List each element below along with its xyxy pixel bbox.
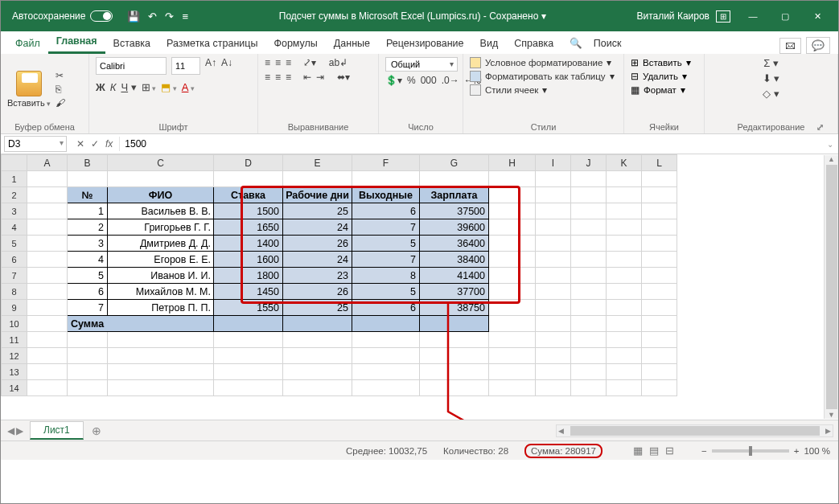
name-box[interactable]: D3 — [4, 136, 67, 152]
maximize-icon[interactable]: ▢ — [769, 4, 801, 28]
col-header[interactable]: L — [642, 155, 677, 171]
tab-file[interactable]: Файл — [7, 33, 48, 54]
align-mid-icon[interactable]: ≡ — [275, 57, 281, 68]
font-size-input[interactable] — [171, 57, 200, 75]
undo-icon[interactable]: ↶ — [148, 10, 157, 23]
tab-help[interactable]: Справка — [506, 33, 561, 54]
tab-nav-prev-icon[interactable]: ◀ — [7, 425, 14, 436]
font-name-input[interactable] — [96, 57, 167, 75]
user-name[interactable]: Виталий Каиров — [636, 10, 709, 22]
copy-icon[interactable]: ⎘ — [56, 84, 65, 95]
col-header[interactable]: G — [420, 155, 489, 171]
increase-font-icon[interactable]: A↑ — [205, 57, 216, 75]
align-bot-icon[interactable]: ≡ — [286, 57, 291, 68]
row-header[interactable]: 14 — [2, 380, 27, 396]
row-header[interactable]: 2 — [2, 187, 27, 203]
tab-layout[interactable]: Разметка страницы — [158, 33, 265, 54]
vertical-scrollbar[interactable]: ▲▼ — [824, 155, 838, 419]
fill-icon[interactable]: ⬇ ▾ — [763, 72, 780, 84]
align-right-icon[interactable]: ≡ — [286, 72, 291, 83]
delete-cells-button[interactable]: ⊟ Удалить ▾ — [631, 71, 687, 82]
orientation-icon[interactable]: ⤦▾ — [303, 57, 316, 68]
add-sheet-button[interactable]: ⊕ — [84, 424, 109, 437]
row-header[interactable]: 11 — [2, 332, 27, 348]
font-color-button[interactable]: A — [182, 81, 195, 93]
merge-icon[interactable]: ⬌▾ — [337, 72, 350, 83]
horizontal-scrollbar[interactable]: ◀▶ — [556, 424, 833, 437]
col-header[interactable]: D — [214, 155, 283, 171]
normal-view-icon[interactable]: ▦ — [633, 445, 643, 457]
cut-icon[interactable]: ✂ — [56, 70, 65, 81]
fx-icon[interactable]: fx — [105, 138, 113, 150]
col-header[interactable]: I — [536, 155, 571, 171]
autosum-icon[interactable]: Σ ▾ — [763, 57, 779, 69]
tab-review[interactable]: Рецензирование — [378, 33, 472, 54]
percent-icon[interactable]: % — [407, 75, 416, 86]
share-button[interactable]: 🖂 — [779, 38, 801, 54]
col-header[interactable]: B — [68, 155, 108, 171]
col-header[interactable]: A — [27, 155, 68, 171]
cell[interactable]: № — [68, 187, 108, 203]
row-header[interactable]: 3 — [2, 203, 27, 219]
conditional-format-button[interactable]: Условное форматирование ▾ — [470, 57, 611, 68]
spreadsheet-grid[interactable]: ABCDEFGHIJKL12№ФИОСтавкаРабочие дниВыход… — [1, 154, 838, 420]
col-header[interactable]: K — [607, 155, 642, 171]
redo-icon[interactable]: ↷ — [165, 10, 174, 23]
border-button[interactable]: ⊞ — [142, 81, 157, 93]
cell-styles-button[interactable]: Стили ячеек ▾ — [470, 84, 547, 96]
clear-icon[interactable]: ◇ ▾ — [763, 88, 779, 100]
cancel-formula-icon[interactable]: ✕ — [76, 138, 84, 150]
qat-more-icon[interactable]: ≡ — [182, 10, 188, 23]
formula-input[interactable]: 1500 — [119, 137, 822, 151]
zoom-slider[interactable] — [712, 449, 789, 453]
italic-button[interactable]: К — [110, 81, 117, 93]
align-center-icon[interactable]: ≡ — [275, 72, 281, 83]
wrap-icon[interactable]: ab↲ — [329, 57, 348, 68]
row-header[interactable]: 4 — [2, 219, 27, 236]
row-header[interactable]: 8 — [2, 284, 27, 300]
format-painter-icon[interactable]: 🖌 — [56, 97, 65, 109]
insert-cells-button[interactable]: ⊞ Вставить ▾ — [631, 57, 691, 68]
autosave-toggle[interactable] — [90, 10, 113, 22]
indent-dec-icon[interactable]: ⇤ — [303, 72, 311, 83]
col-header[interactable]: C — [108, 155, 214, 171]
indent-inc-icon[interactable]: ⇥ — [316, 72, 324, 83]
pagebreak-view-icon[interactable]: ⊟ — [665, 445, 674, 457]
format-table-button[interactable]: Форматировать как таблицу ▾ — [470, 71, 615, 82]
fill-color-button[interactable]: ⬒ — [161, 81, 177, 93]
select-all-corner[interactable] — [2, 155, 27, 171]
comments-button[interactable]: 💬 — [806, 37, 830, 54]
number-format-select[interactable]: Общий — [385, 57, 458, 72]
expand-formula-icon[interactable]: ⌄ — [822, 140, 838, 149]
search-button[interactable]: 🔍 Поиск — [561, 32, 637, 54]
format-cells-button[interactable]: ▦ Формат ▾ — [631, 84, 685, 96]
col-header[interactable]: J — [571, 155, 607, 171]
col-header[interactable]: H — [489, 155, 536, 171]
pagelayout-view-icon[interactable]: ▤ — [649, 445, 659, 457]
bold-button[interactable]: Ж — [96, 81, 105, 93]
tab-data[interactable]: Данные — [326, 33, 378, 54]
zoom-out-button[interactable]: − — [701, 446, 707, 456]
decrease-font-icon[interactable]: A↓ — [221, 57, 232, 75]
align-top-icon[interactable]: ≡ — [265, 57, 270, 68]
tab-formulas[interactable]: Формулы — [265, 33, 325, 54]
enter-formula-icon[interactable]: ✓ — [91, 138, 99, 150]
tab-home[interactable]: Главная — [48, 31, 105, 54]
tab-nav-next-icon[interactable]: ▶ — [16, 425, 23, 436]
paste-button[interactable]: Вставить ▾ — [7, 71, 51, 108]
inc-decimal-icon[interactable]: .0→ — [442, 75, 459, 86]
row-header[interactable]: 9 — [2, 300, 27, 316]
row-header[interactable]: 7 — [2, 268, 27, 284]
row-header[interactable]: 1 — [2, 171, 27, 187]
close-icon[interactable]: ✕ — [801, 4, 833, 28]
row-header[interactable]: 10 — [2, 316, 27, 332]
underline-button[interactable]: Ч ▾ — [121, 81, 136, 93]
user-badge-icon[interactable]: ⊞ — [716, 10, 730, 23]
row-header[interactable]: 5 — [2, 236, 27, 252]
col-header[interactable]: F — [352, 155, 420, 171]
sheet-tab[interactable]: Лист1 — [30, 421, 84, 440]
col-header[interactable]: E — [283, 155, 352, 171]
tab-view[interactable]: Вид — [472, 33, 507, 54]
minimize-icon[interactable]: — — [737, 4, 769, 28]
zoom-in-button[interactable]: + — [794, 446, 800, 456]
